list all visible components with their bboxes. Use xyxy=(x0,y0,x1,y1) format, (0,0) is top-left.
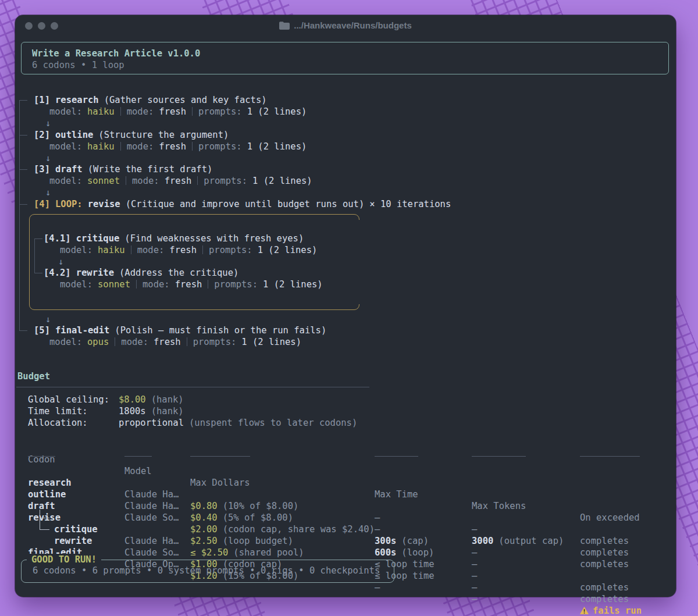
warning-icon xyxy=(580,607,589,614)
tree-branch-line xyxy=(19,169,27,170)
arrow-down-icon: ↓ xyxy=(45,117,51,129)
divider xyxy=(202,245,203,254)
codon-5-header: [5]final-edit(Polish — must finish or th… xyxy=(34,325,326,336)
table-row-outline: outline Claude Ha… $0.40(5% of $8.00) – … xyxy=(15,477,676,489)
header-underline xyxy=(28,456,55,457)
arrow-down-icon: ↓ xyxy=(45,152,51,164)
pipeline-subtitle: 6 codons • 1 loop xyxy=(32,59,668,71)
run-summary: 6 codons • 6 prompts • 0 system prompts … xyxy=(33,565,380,576)
budget-value-allocation: proportional(unspent flows to later codo… xyxy=(119,417,357,429)
titlebar[interactable]: .../Hankweave/Runs/budgets xyxy=(15,15,676,37)
codon-4-2-meta: model:sonnetmode:freshprompts:1 (2 lines… xyxy=(60,279,323,290)
loop-header: [4]LOOP:revise(Critique and improve unti… xyxy=(34,198,451,210)
budget-row-allocation: Allocation: xyxy=(28,417,88,429)
loop-tree-trunk-line xyxy=(34,238,35,273)
divider xyxy=(187,337,187,346)
divider xyxy=(126,176,126,185)
codon-1-header: [1]research(Gather sources and key facts… xyxy=(34,94,267,106)
budget-row-time-limit: Time limit: xyxy=(28,405,88,417)
table-header-row: Codon Model Max Dollars Max Time Max Tok… xyxy=(15,442,676,454)
loop-box xyxy=(29,214,359,310)
divider xyxy=(192,142,193,151)
column-header-codon: Codon xyxy=(28,454,55,465)
window-title: .../Hankweave/Runs/budgets xyxy=(15,20,676,30)
divider xyxy=(197,176,198,185)
budget-value-global-ceiling: $8.00(hank) xyxy=(119,394,184,405)
table-row-research: research Claude Ha… $0.80(10% of $8.00) … xyxy=(15,465,676,477)
arrow-down-icon: ↓ xyxy=(45,187,51,198)
tree-branch-line xyxy=(19,330,27,331)
divider xyxy=(120,142,121,151)
codon-4-1-meta: model:haikumode:freshprompts:1 (2 lines) xyxy=(60,244,317,256)
table-row-draft: draft Claude So… $2.00(codon cap, share … xyxy=(15,489,676,500)
tree-branch-line xyxy=(34,273,42,273)
codon-4-1-header: [4.1]critique(Find weaknesses with fresh… xyxy=(44,233,304,244)
fails-run-status: fails run xyxy=(580,605,642,616)
divider xyxy=(136,280,137,289)
budget-title: Budget xyxy=(17,371,50,382)
codon-4-2-header: [4.2]rewrite(Address the critique) xyxy=(44,267,238,279)
codon-3-meta: model:sonnetmode:freshprompts:1 (2 lines… xyxy=(49,175,312,187)
divider xyxy=(115,337,115,346)
codon-3-header: [3]draft(Write the first draft) xyxy=(34,163,212,175)
divider xyxy=(120,107,121,116)
table-row-revise: revise $2.50(loop budget) 600s(loop) – xyxy=(15,500,676,512)
codon-5-meta: model:opusmode:freshprompts:1 (2 lines) xyxy=(49,336,301,348)
terminal-window: .../Hankweave/Runs/budgets Write a Resea… xyxy=(15,15,676,597)
tree-branch-line xyxy=(19,135,27,136)
codon-2-meta: model:haikumode:freshprompts:1 (2 lines) xyxy=(49,141,307,152)
table-row-final-edit: final-edit Claude Op… $1.20(15% of $8.00… xyxy=(15,535,676,547)
arrow-down-icon: ↓ xyxy=(58,256,63,268)
header-underline xyxy=(580,456,640,457)
codon-2-header: [2]outline(Structure the argument) xyxy=(34,129,229,141)
pipeline-header-card: Write a Research Article v1.0.0 6 codons… xyxy=(21,42,669,74)
header-underline xyxy=(472,456,526,457)
status-label: GOOD TO RUN! xyxy=(27,554,101,565)
folder-icon xyxy=(279,22,290,30)
codon-1-meta: model:haikumode:freshprompts:1 (2 lines) xyxy=(49,106,307,117)
divider xyxy=(192,107,193,116)
divider xyxy=(208,280,208,289)
tree-branch-line xyxy=(19,100,27,101)
header-underline xyxy=(190,456,250,457)
header-underline xyxy=(375,456,418,457)
budget-row-global-ceiling: Global ceiling: xyxy=(28,394,109,405)
budget-value-time-limit: 1800s(hank) xyxy=(119,405,184,417)
header-underline xyxy=(124,456,152,457)
tree-branch-line xyxy=(19,204,27,205)
budget-divider-line xyxy=(16,387,369,387)
table-row-critique: critique Claude Ha… ≤ $2.50(shared pool)… xyxy=(15,512,676,524)
table-row-rewrite: rewrite Claude So… $1.00(codon cap) ≤ lo… xyxy=(15,524,676,535)
pipeline-title: Write a Research Article v1.0.0 xyxy=(32,48,668,59)
tree-branch-line xyxy=(34,238,42,239)
arrow-down-icon: ↓ xyxy=(45,314,51,325)
divider xyxy=(131,245,131,254)
